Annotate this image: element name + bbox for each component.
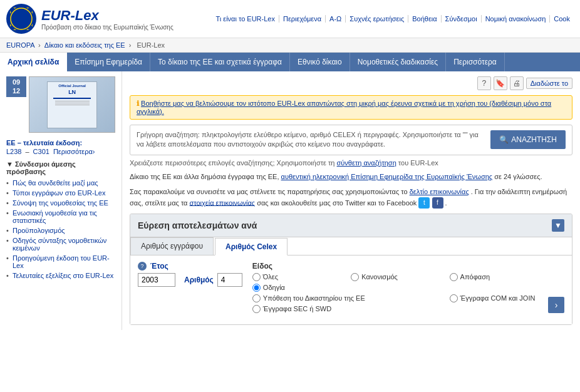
info-link2[interactable]: δελτίο επικοινωνίας	[410, 188, 469, 195]
radio-oles-label: Όλες	[263, 273, 278, 281]
topnav-item-8[interactable]: Cook	[550, 15, 574, 23]
info-text-block: Δίκαιο της ΕΕ και άλλα δημόσια έγγραφα τ…	[130, 172, 572, 182]
radio-ypothesi-label: Υπόθεση του Δικαστηρίου της ΕΕ	[263, 294, 365, 302]
sidebar-date-day: 09	[8, 78, 25, 86]
radio-kanonismos-input[interactable]	[351, 273, 359, 281]
sidebar-link-c301[interactable]: C301	[33, 148, 49, 155]
topnav-item-7[interactable]: Νομική ανακοίνωση	[482, 15, 551, 23]
radio-com-join-label: Έγγραφα COM και JOIN	[460, 294, 536, 302]
facebook-icon: f	[432, 197, 443, 209]
main-nav: Αρχική σελίδα Επίσημη Εφημερίδα Το δίκαι…	[0, 53, 580, 71]
radio-ypothesi-input[interactable]	[252, 294, 261, 302]
info-link3[interactable]: στοιχεία επικοινωνίας	[190, 199, 256, 206]
logo-area: EUR-Lex Πρόσβαση στο δίκαιο της Ευρωπαϊκ…	[6, 4, 173, 34]
content-area: 09 12 Official Journal LN ΕΕ – τελευταία…	[0, 71, 580, 330]
year-number-row: Αριθμός	[138, 273, 242, 287]
number-label: Αριθμός	[184, 276, 214, 284]
logo-lex: Lex	[75, 8, 99, 23]
journal-cover: Official Journal LN	[47, 81, 97, 128]
breadcrumb-sep2: ›	[129, 41, 133, 49]
topnav-item-4[interactable]: Συχνές ερωτήσεις	[346, 15, 408, 23]
radio-oles: Όλες	[252, 273, 341, 281]
print-button[interactable]: 🖨	[510, 76, 524, 90]
mainnav-home[interactable]: Αρχική σελίδα	[0, 53, 67, 71]
list-item: Προϋπολογισμός	[6, 225, 115, 235]
info-text-block2: Σας παρακαλούμε να συνεισέτε να μας στέλ…	[130, 187, 572, 209]
sidebar-link-l238[interactable]: L238	[6, 148, 21, 155]
radio-apofasi-input[interactable]	[450, 273, 458, 281]
logo-eur: EUR-	[41, 8, 75, 23]
radio-sec-swd-label: Έγγραφα SEC ή SWD	[263, 305, 331, 312]
mainnav-ephimeris[interactable]: Επίσημη Εφημερίδα	[67, 53, 150, 71]
sidebar-link-0[interactable]: Πώς θα συνδεθείτε μαζί μας	[13, 179, 98, 187]
sidebar-link-7[interactable]: Τελευταίες εξελίξεις στο EUR-Lex	[13, 272, 113, 279]
top-bar: EUR-Lex Πρόσβαση στο δίκαιο της Ευρωπαϊκ…	[0, 0, 580, 38]
toolbar-row: ? 🔖 🖨 Διαδώστε το	[130, 76, 572, 90]
logo-text: EUR-Lex Πρόσβαση στο δίκαιο της Ευρωπαϊκ…	[41, 8, 173, 31]
breadcrumb-europa[interactable]: EUROPA	[6, 41, 34, 49]
number-input[interactable]	[217, 273, 242, 287]
list-item: Προηγούμενη έκδοση του EUR-Lex	[6, 253, 115, 271]
search-icon: 🔍	[499, 135, 509, 144]
search-button[interactable]: 🔍 ΑΝΑΖΗΤΗΣΗ	[490, 130, 566, 149]
journal-label: Official Journal	[58, 84, 86, 88]
help-button[interactable]: ?	[477, 76, 491, 90]
radio-com-join-input[interactable]	[450, 294, 458, 302]
main-content: ? 🔖 🖨 Διαδώστε το ℹ Βοηθήστε μας να βελτ…	[122, 71, 580, 330]
eu-logo-circle	[6, 4, 36, 34]
year-label: Έτος	[150, 262, 168, 271]
radio-odigia: Οδηγία	[252, 284, 341, 292]
top-nav: Τι είναι το EUR-Lex Περιεχόμενα Α-Ω Συχν…	[212, 15, 574, 23]
sidebar-link-4[interactable]: Προϋπολογισμός	[13, 227, 65, 234]
mainnav-nomothesia[interactable]: Νομοθετικές διαδικασίες	[350, 53, 446, 71]
share-button[interactable]: Διαδώστε το	[526, 78, 572, 89]
radio-oles-input[interactable]	[252, 273, 261, 281]
svg-point-0	[11, 8, 32, 29]
year-input[interactable]	[138, 273, 175, 287]
sidebar-link-1[interactable]: Τύποι εγγράφων στο EUR-Lex	[13, 189, 105, 197]
info-link1[interactable]: αυθεντική ηλεκτρονική Επίσημη Εφημερίδα …	[281, 173, 493, 180]
topnav-item-3[interactable]: Α-Ω	[326, 15, 346, 23]
radio-odigia-input[interactable]	[252, 284, 261, 292]
info-period: .	[445, 199, 447, 206]
sidebar-links-list: Πώς θα συνδεθείτε μαζί μας Τύποι εγγράφω…	[6, 178, 115, 281]
advanced-search-link[interactable]: σύνθετη αναζήτηση	[337, 159, 396, 167]
search-button-label: ΑΝΑΖΗΤΗΣΗ	[511, 135, 557, 144]
sidebar-link-5[interactable]: Οδηγός σύνταξης νομοθετικών κειμένων	[13, 237, 106, 252]
sidebar-ee-label: ΕΕ – τελευταία έκδοση:	[6, 139, 115, 147]
sidebar-more-link[interactable]: Περισσότερα›	[53, 148, 95, 155]
topnav-item-6[interactable]: Σύνδεσμοι	[442, 15, 482, 23]
submit-button[interactable]: ›	[548, 297, 564, 313]
sidebar-link-6[interactable]: Προηγούμενη έκδοση του EUR-Lex	[13, 254, 110, 269]
eidos-section: Είδος Όλες Κανονισμός	[252, 262, 538, 313]
results-tabs: Αριθμός εγγράφου Αριθμός Celex	[130, 237, 572, 255]
mainnav-ethniko[interactable]: Εθνικό δίκαιο	[290, 53, 350, 71]
list-item: Τύποι εγγράφων στο EUR-Lex	[6, 188, 115, 198]
topnav-item-1[interactable]: Τι είναι το EUR-Lex	[212, 15, 279, 23]
breadcrumb-dik[interactable]: Δίκαιο και εκδόσεις της ΕΕ	[44, 41, 125, 49]
mainnav-perissotero[interactable]: Περισσότερα	[446, 53, 505, 71]
tab-arithmos-egrafou[interactable]: Αριθμός εγγράφου	[130, 237, 214, 255]
radio-sec-swd-input[interactable]	[252, 305, 261, 313]
info-line2: σε 24 γλώσσες.	[494, 173, 542, 180]
search-placeholder-text: Γρήγορη αναζήτηση: πληκτρολογήστε ελεύθε…	[137, 130, 485, 150]
bookmark-button[interactable]: 🔖	[494, 76, 507, 90]
form-row: ? Έτος Αριθμός Είδος	[138, 262, 564, 313]
topnav-item-5[interactable]: Βοήθεια	[408, 15, 441, 23]
notice-link[interactable]: Βοηθήστε μας να βελτιώσουμε τον ιστότοπο…	[137, 100, 551, 115]
radio-kanonismos: Κανονισμός	[351, 273, 439, 281]
sidebar-date-month: 12	[8, 86, 25, 95]
advanced-search-row: Χρειάζεστε περισσότερες επιλογές αναζήτη…	[130, 159, 572, 167]
results-box-header: Εύρεση αποτελεσμάτων ανά ▼	[130, 214, 572, 237]
mainnav-dikeo[interactable]: Το δίκαιο της ΕΕ και σχετικά έγγραφα	[150, 53, 290, 71]
year-help-icon[interactable]: ?	[138, 262, 147, 271]
topnav-item-2[interactable]: Περιεχόμενα	[279, 15, 326, 23]
journal-volume: LN	[68, 89, 76, 95]
collapse-button[interactable]: ▼	[552, 219, 564, 232]
sidebar-link-3[interactable]: Ενωσιακή νομοθεσία για τις στατιστικές	[13, 209, 97, 224]
search-box: Γρήγορη αναζήτηση: πληκτρολογήστε ελεύθε…	[130, 125, 572, 155]
sidebar-link-2[interactable]: Σύνοψη της νομοθεσίας της ΕΕ	[13, 199, 108, 207]
notice-icon: ℹ	[137, 100, 139, 107]
tab-arithmos-celex[interactable]: Αριθμός Celex	[215, 238, 287, 255]
breadcrumb-sep1: ›	[38, 41, 43, 49]
